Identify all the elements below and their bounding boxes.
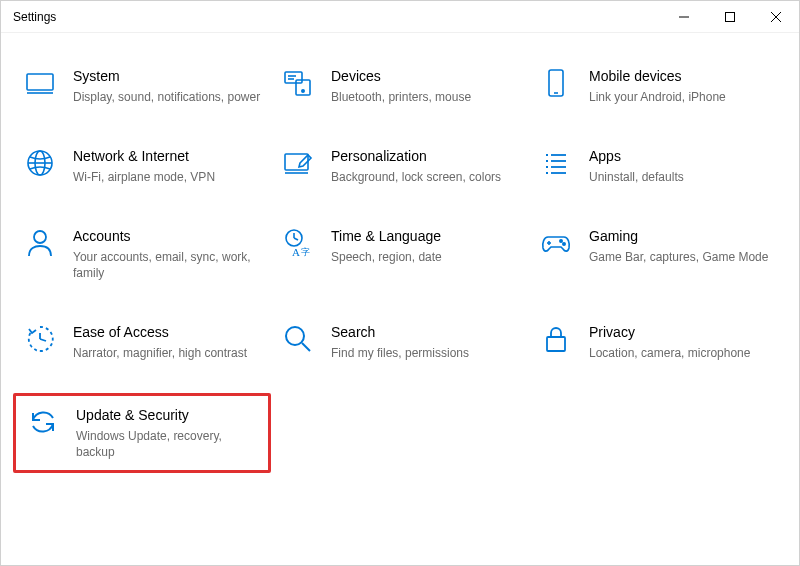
settings-content[interactable]: System Display, sound, notifications, po… [1,33,799,565]
update-icon [26,406,60,440]
tile-desc: Uninstall, defaults [589,169,777,185]
tile-title: Devices [331,67,519,85]
tile-desc: Bluetooth, printers, mouse [331,89,519,105]
phone-icon [539,67,573,101]
tile-network[interactable]: Network & Internet Wi-Fi, airplane mode,… [13,137,271,195]
svg-rect-16 [285,154,308,170]
svg-rect-6 [285,72,302,83]
tile-title: System [73,67,261,85]
svg-rect-11 [549,70,563,96]
svg-line-39 [302,343,310,351]
tile-search[interactable]: Search Find my files, permissions [271,313,529,371]
svg-text:字: 字 [301,247,310,257]
tile-title: Privacy [589,323,777,341]
window-title: Settings [13,10,56,24]
tile-desc: Windows Update, recovery, backup [76,428,258,460]
tile-update[interactable]: Update & Security Windows Update, recove… [13,393,271,473]
tile-desc: Narrator, magnifier, high contrast [73,345,261,361]
tile-title: Update & Security [76,406,258,424]
tile-desc: Find my files, permissions [331,345,519,361]
tile-title: Search [331,323,519,341]
svg-line-29 [294,238,298,240]
person-icon [23,227,57,261]
titlebar: Settings [1,1,799,33]
close-button[interactable] [753,1,799,32]
search-icon [281,323,315,357]
tile-desc: Wi-Fi, airplane mode, VPN [73,169,261,185]
tile-title: Accounts [73,227,261,245]
tile-title: Personalization [331,147,519,165]
tile-personalization[interactable]: Personalization Background, lock screen,… [271,137,529,195]
tile-mobile[interactable]: Mobile devices Link your Android, iPhone [529,57,787,115]
window-controls [661,1,799,32]
tile-desc: Game Bar, captures, Game Mode [589,249,777,265]
svg-rect-1 [726,12,735,21]
svg-point-8 [302,90,304,92]
minimize-button[interactable] [661,1,707,32]
tile-desc: Background, lock screen, colors [331,169,519,185]
tile-desc: Location, camera, microphone [589,345,777,361]
devices-icon [281,67,315,101]
globe-icon [23,147,57,181]
tile-title: Mobile devices [589,67,777,85]
svg-point-34 [560,240,562,242]
system-icon [23,67,57,101]
tile-devices[interactable]: Devices Bluetooth, printers, mouse [271,57,529,115]
tile-title: Network & Internet [73,147,261,165]
tile-desc: Speech, region, date [331,249,519,265]
svg-text:A: A [292,246,300,258]
tile-time[interactable]: A 字 Time & Language Speech, region, date [271,217,529,291]
tile-desc: Display, sound, notifications, power [73,89,261,105]
tile-title: Ease of Access [73,323,261,341]
tile-privacy[interactable]: Privacy Location, camera, microphone [529,313,787,371]
lock-icon [539,323,573,357]
svg-point-26 [34,231,46,243]
tile-desc: Your accounts, email, sync, work, family [73,249,261,281]
personalization-icon [281,147,315,181]
svg-rect-40 [547,337,565,351]
svg-point-38 [286,327,304,345]
svg-rect-4 [27,74,53,90]
svg-line-37 [40,339,46,341]
apps-icon [539,147,573,181]
settings-grid: System Display, sound, notifications, po… [13,57,787,473]
tile-system[interactable]: System Display, sound, notifications, po… [13,57,271,115]
tile-accounts[interactable]: Accounts Your accounts, email, sync, wor… [13,217,271,291]
tile-title: Apps [589,147,777,165]
gamepad-icon [539,227,573,261]
tile-title: Gaming [589,227,777,245]
tile-desc: Link your Android, iPhone [589,89,777,105]
tile-title: Time & Language [331,227,519,245]
tile-ease[interactable]: Ease of Access Narrator, magnifier, high… [13,313,271,371]
time-language-icon: A 字 [281,227,315,261]
svg-point-35 [563,243,565,245]
tile-apps[interactable]: Apps Uninstall, defaults [529,137,787,195]
ease-of-access-icon [23,323,57,357]
maximize-button[interactable] [707,1,753,32]
tile-gaming[interactable]: Gaming Game Bar, captures, Game Mode [529,217,787,291]
